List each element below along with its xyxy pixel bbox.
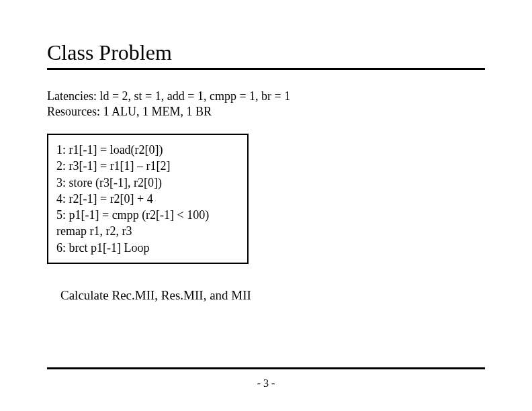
page-title: Class Problem (47, 40, 485, 70)
code-line-2: 2: r3[-1] = r1[1] – r1[2] (56, 158, 239, 174)
question-prompt: Calculate Rec.MII, Res.MII, and MII (60, 288, 485, 303)
latencies-line: Latencies: ld = 2, st = 1, add = 1, cmpp… (47, 89, 485, 104)
code-line-6: remap r1, r2, r3 (56, 223, 239, 239)
code-line-1: 1: r1[-1] = load(r2[0]) (56, 142, 239, 158)
code-line-5: 5: p1[-1] = cmpp (r2[-1] < 100) (56, 207, 239, 223)
page-number: - 3 - (0, 377, 532, 390)
code-box: 1: r1[-1] = load(r2[0]) 2: r3[-1] = r1[1… (47, 134, 249, 264)
code-line-3: 3: store (r3[-1], r2[0]) (56, 175, 239, 191)
slide: Class Problem Latencies: ld = 2, st = 1,… (0, 0, 532, 411)
code-line-4: 4: r2[-1] = r2[0] + 4 (56, 191, 239, 207)
resources-line: Resources: 1 ALU, 1 MEM, 1 BR (47, 104, 485, 120)
footer-divider (47, 367, 485, 369)
code-line-7: 6: brct p1[-1] Loop (56, 240, 239, 256)
